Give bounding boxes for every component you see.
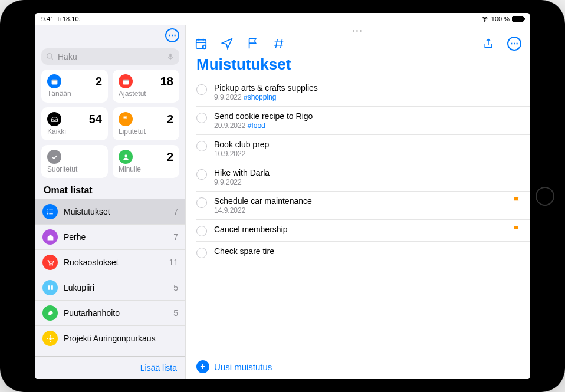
sidebar-list-item[interactable]: Lukupiiri 5 [35, 275, 185, 301]
list-name: Perhe [64, 232, 167, 242]
share-button[interactable] [481, 37, 495, 51]
svg-line-2 [51, 58, 53, 60]
reminder-title: Check spare tire [214, 246, 521, 256]
smart-list-card-suoritetut[interactable]: Suoritetut [41, 145, 108, 178]
reminder-title: Hike with Darla [214, 168, 521, 177]
reminder-title: Schedule car maintenance [214, 196, 505, 206]
more-button[interactable]: ⋯ [165, 28, 179, 42]
sidebar-list-item[interactable]: Ruokaostokset 11 [35, 250, 185, 275]
svg-point-17 [49, 337, 51, 340]
list-count: 5 [173, 308, 178, 318]
card-count: 2 [96, 75, 102, 88]
svg-line-30 [281, 39, 282, 48]
reminder-checkbox[interactable] [196, 84, 207, 95]
reminder-checkbox[interactable] [196, 169, 207, 180]
mic-icon [166, 52, 175, 61]
list-count: 7 [173, 232, 178, 242]
list-name: Ruokaostokset [64, 258, 163, 267]
home-button[interactable] [536, 187, 554, 206]
leaf-icon [42, 305, 58, 321]
reminder-row[interactable]: Hike with Darla 9.9.2022 [196, 163, 530, 192]
sidebar-list-item[interactable]: Muistutukset 7 [35, 199, 185, 225]
card-count: 18 [160, 75, 173, 88]
list-name: Muistutukset [64, 207, 167, 216]
plus-icon: + [196, 360, 209, 373]
smart-list-card-tänään[interactable]: 2 Tänään [41, 70, 108, 103]
reminder-row[interactable]: Pickup arts & crafts supplies 9.9.2022 #… [196, 78, 530, 107]
main-more-button[interactable]: ⋯ [507, 37, 521, 51]
tray-icon [47, 112, 61, 126]
reminder-title: Book club prep [214, 140, 521, 149]
svg-rect-5 [51, 79, 57, 81]
add-list-button[interactable]: Lisää lista [140, 363, 177, 373]
reminder-row[interactable]: Book club prep 10.9.2022 [196, 135, 530, 163]
cart-icon [42, 255, 58, 270]
reminder-subtitle: 9.9.2022 [214, 178, 521, 186]
location-button[interactable] [220, 37, 234, 51]
smart-list-card-liputetut[interactable]: 2 Liputetut [113, 107, 179, 140]
reminder-title: Cancel membership [214, 225, 505, 234]
svg-point-13 [47, 211, 48, 212]
smart-list-card-kaikki[interactable]: 54 Kaikki [41, 107, 108, 140]
sidebar-list-item[interactable]: Projekti Auringonpurkaus [35, 326, 185, 351]
svg-point-14 [47, 213, 48, 214]
card-label: Suoritetut [47, 165, 102, 173]
list-name: Projekti Auringonpurkaus [64, 334, 172, 343]
svg-point-16 [51, 264, 52, 265]
list-icon [42, 204, 58, 219]
battery-percent: 100 % [491, 15, 510, 22]
svg-point-1 [47, 54, 52, 58]
svg-point-8 [124, 154, 127, 157]
book-icon [42, 280, 58, 295]
svg-line-29 [276, 39, 278, 48]
calendar-icon [119, 74, 133, 88]
flag-button[interactable] [246, 37, 260, 51]
reminder-checkbox[interactable] [196, 113, 207, 123]
smart-list-card-minulle[interactable]: 2 Minulle [113, 145, 179, 178]
search-icon [46, 52, 54, 61]
card-count: 54 [89, 113, 102, 126]
list-name: Puutarhanhoito [64, 308, 167, 318]
reminder-checkbox[interactable] [196, 197, 207, 208]
list-count: 5 [173, 283, 178, 292]
reminder-subtitle: 9.9.2022 #shopping [214, 93, 521, 101]
card-label: Ajastetut [119, 90, 173, 98]
reminder-checkbox[interactable] [196, 248, 207, 258]
sidebar-list-item[interactable]: Perhe 7 [35, 225, 185, 250]
check-icon [47, 150, 61, 164]
reminder-row[interactable]: Send cookie recipe to Rigo 20.9.2022 #fo… [196, 107, 530, 135]
reminder-row[interactable]: Schedule car maintenance 14.9.2022 [196, 192, 530, 220]
card-label: Tänään [47, 90, 102, 98]
reminder-row[interactable]: Check spare tire [196, 242, 530, 263]
new-reminder-label: Uusi muistutus [214, 362, 272, 372]
reminder-subtitle: 14.9.2022 [214, 206, 505, 215]
reminder-checkbox[interactable] [196, 141, 207, 151]
new-reminder-button[interactable]: + Uusi muistutus [186, 354, 530, 379]
reminder-tag: #shopping [244, 93, 276, 101]
calendar-icon [47, 74, 61, 88]
search-input[interactable]: Haku [41, 48, 179, 65]
calendar-add-button[interactable] [194, 37, 208, 51]
person-icon [119, 150, 133, 164]
flag-icon [512, 225, 521, 236]
reminder-title: Send cookie recipe to Rigo [214, 111, 521, 121]
wifi-icon [481, 14, 489, 24]
list-name: Lukupiiri [64, 283, 167, 292]
list-count: 7 [173, 207, 178, 216]
ipad-frame: 9.41 ti 18.10. 100 % ⋯ Haku [0, 0, 565, 392]
search-placeholder: Haku [58, 52, 163, 61]
grabber-icon[interactable]: ••• [186, 25, 530, 34]
sidebar-list-item[interactable]: Puutarhanhoito 5 [35, 301, 185, 326]
reminder-row[interactable]: Cancel membership [196, 220, 530, 242]
main-panel: ••• [186, 25, 530, 379]
svg-rect-7 [123, 79, 129, 81]
status-bar: 9.41 ti 18.10. 100 % [35, 13, 530, 25]
reminder-checkbox[interactable] [196, 226, 207, 236]
page-title: Muistutukset [186, 55, 530, 78]
svg-rect-3 [169, 54, 172, 58]
sidebar: ⋯ Haku 2 Tänään 18 Ajastetut 54 Kaikki [35, 25, 186, 379]
reminder-title: Pickup arts & crafts supplies [214, 83, 521, 93]
smart-list-card-ajastetut[interactable]: 18 Ajastetut [113, 70, 179, 103]
card-count: 2 [167, 150, 173, 164]
tag-button[interactable] [272, 37, 286, 51]
